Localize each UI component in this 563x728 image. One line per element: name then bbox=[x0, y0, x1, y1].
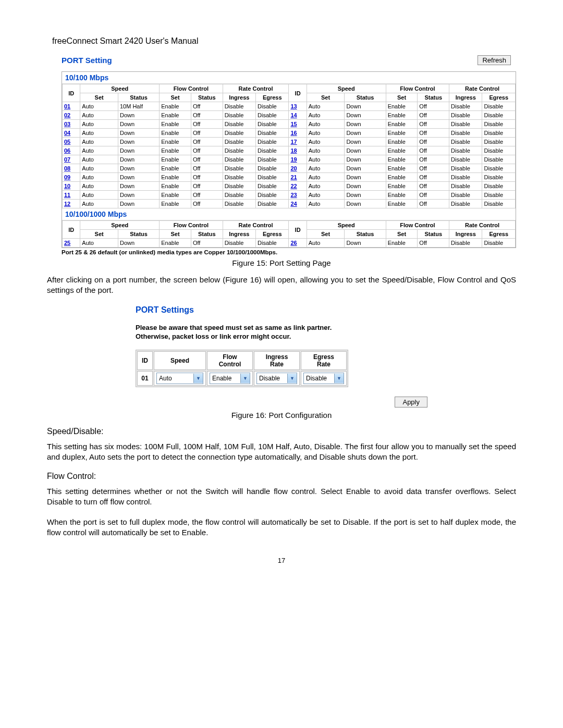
table-row: 25AutoDownEnableOffDisableDisable26AutoD… bbox=[63, 239, 516, 248]
chevron-down-icon: ▼ bbox=[334, 374, 344, 383]
table-row: 06AutoDownEnableOffDisableDisable18AutoD… bbox=[63, 146, 516, 155]
chevron-down-icon: ▼ bbox=[193, 374, 203, 383]
speed-group-10-100: 10/100 Mbps bbox=[62, 72, 516, 84]
chevron-down-icon: ▼ bbox=[287, 374, 297, 383]
cfg-col-egress: Egress Rate bbox=[301, 351, 347, 370]
port-link[interactable]: 19 bbox=[290, 156, 297, 163]
table-row: 05AutoDownEnableOffDisableDisable17AutoD… bbox=[63, 138, 516, 146]
egress-select-value: Disable bbox=[304, 375, 334, 382]
port-link[interactable]: 11 bbox=[64, 192, 70, 198]
cfg-col-flow: Flow Control bbox=[207, 351, 253, 370]
port-link[interactable]: 25 bbox=[64, 240, 70, 246]
port-link[interactable]: 18 bbox=[290, 147, 297, 154]
port-link[interactable]: 15 bbox=[290, 121, 297, 127]
port-table-gig: IDSpeedFlow ControlRate ControlIDSpeedFl… bbox=[62, 220, 516, 248]
flow-control-para2: When the port is set to full duplex mode… bbox=[47, 517, 516, 538]
table-row: 01Auto10M HalfEnableOffDisableDisable13A… bbox=[63, 102, 516, 111]
manual-title: freeConnect Smart 2420 User's Manual bbox=[52, 36, 516, 46]
figure-15-caption: Figure 15: Port Setting Page bbox=[47, 258, 516, 267]
page-number: 17 bbox=[47, 557, 516, 564]
port-link[interactable]: 22 bbox=[290, 183, 297, 189]
para-after-fig15: After clicking on a port number, the scr… bbox=[47, 275, 516, 296]
cfg-col-speed: Speed bbox=[154, 351, 206, 370]
cfg-id: 01 bbox=[137, 371, 153, 386]
port-link[interactable]: 17 bbox=[290, 139, 297, 145]
port-link[interactable]: 05 bbox=[64, 139, 70, 145]
flow-select-value: Enable bbox=[210, 375, 240, 382]
port-link[interactable]: 24 bbox=[290, 201, 297, 207]
table-row: 12AutoDownEnableOffDisableDisable24AutoD… bbox=[63, 200, 516, 208]
port-table-10-100: IDSpeedFlow ControlRate ControlIDSpeedFl… bbox=[62, 84, 516, 208]
port-config-table: ID Speed Flow Control Ingress Rate Egres… bbox=[136, 350, 348, 387]
ingress-select[interactable]: Disable ▼ bbox=[256, 373, 297, 384]
port-link[interactable]: 13 bbox=[290, 103, 297, 109]
port-link[interactable]: 01 bbox=[64, 103, 70, 109]
warn-line2: Otherwise, packet loss or link error mig… bbox=[136, 332, 291, 340]
port-link[interactable]: 14 bbox=[290, 112, 297, 118]
warn-line1: Please be aware that speed must set as s… bbox=[136, 324, 332, 331]
cfg-col-id: ID bbox=[137, 351, 153, 370]
port-settings-title: PORT Settings bbox=[136, 305, 427, 315]
table-row: 11AutoDownEnableOffDisableDisable23AutoD… bbox=[63, 191, 516, 200]
port-link[interactable]: 02 bbox=[64, 112, 70, 118]
port-link[interactable]: 04 bbox=[64, 130, 70, 136]
port-link[interactable]: 09 bbox=[64, 174, 70, 180]
speed-disable-heading: Speed/Disable: bbox=[47, 427, 516, 436]
port-link[interactable]: 20 bbox=[290, 165, 297, 171]
flow-control-para1: This setting determines whether or not t… bbox=[47, 486, 516, 508]
table-row: 08AutoDownEnableOffDisableDisable20AutoD… bbox=[63, 164, 516, 173]
table-row: 04AutoDownEnableOffDisableDisable16AutoD… bbox=[63, 129, 516, 138]
chevron-down-icon: ▼ bbox=[240, 374, 250, 383]
port-link[interactable]: 16 bbox=[290, 130, 297, 136]
speed-select[interactable]: Auto ▼ bbox=[156, 373, 203, 384]
table-row: 07AutoDownEnableOffDisableDisable19AutoD… bbox=[63, 155, 516, 164]
table-row: 10AutoDownEnableOffDisableDisable22AutoD… bbox=[63, 182, 516, 191]
port-link[interactable]: 23 bbox=[290, 192, 297, 198]
port-link[interactable]: 26 bbox=[290, 240, 297, 246]
table-row: 02AutoDownEnableOffDisableDisable14AutoD… bbox=[63, 111, 516, 120]
speed-group-10-100-1000: 10/100/1000 Mbps bbox=[62, 208, 516, 220]
speed-select-value: Auto bbox=[157, 375, 193, 382]
port-link[interactable]: 07 bbox=[64, 156, 70, 163]
port-link[interactable]: 12 bbox=[64, 201, 70, 207]
port-footnote: Port 25 & 26 default (or unlinked) media… bbox=[62, 249, 516, 255]
figure-16-caption: Figure 16: Port Configuration bbox=[47, 411, 516, 419]
port-setting-title: PORT Setting bbox=[62, 56, 112, 65]
port-link[interactable]: 08 bbox=[64, 165, 70, 171]
port-link[interactable]: 06 bbox=[64, 147, 70, 154]
port-link[interactable]: 21 bbox=[290, 174, 297, 180]
egress-select[interactable]: Disable ▼ bbox=[303, 373, 344, 384]
port-settings-panel: PORT Settings Please be aware that speed… bbox=[136, 305, 427, 408]
flow-select[interactable]: Enable ▼ bbox=[210, 373, 250, 384]
ingress-select-value: Disable bbox=[257, 375, 287, 382]
port-setting-panel: 10/100 Mbps IDSpeedFlow ControlRate Cont… bbox=[62, 71, 516, 248]
port-link[interactable]: 10 bbox=[64, 183, 70, 189]
flow-control-heading: Flow Control: bbox=[47, 472, 516, 481]
port-link[interactable]: 03 bbox=[64, 121, 70, 127]
cfg-col-ingress: Ingress Rate bbox=[254, 351, 300, 370]
table-row: 03AutoDownEnableOffDisableDisable15AutoD… bbox=[63, 120, 516, 129]
speed-disable-para: This setting has six modes: 100M Full, 1… bbox=[47, 441, 516, 463]
port-settings-warning: Please be aware that speed must set as s… bbox=[136, 323, 427, 341]
table-row: 09AutoDownEnableOffDisableDisable21AutoD… bbox=[63, 173, 516, 182]
refresh-button[interactable]: Refresh bbox=[478, 55, 511, 65]
apply-button[interactable]: Apply bbox=[395, 397, 427, 408]
